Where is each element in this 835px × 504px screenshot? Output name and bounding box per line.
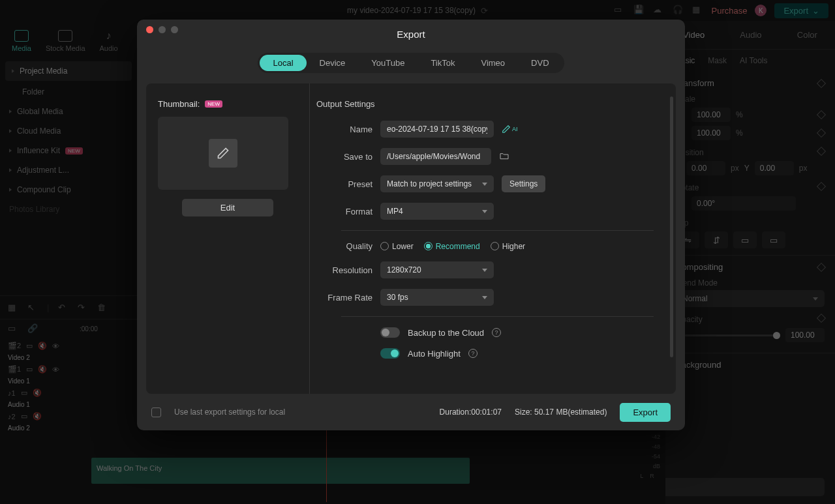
export-button[interactable]: Export [620,403,671,422]
output-settings-panel: Output Settings Name AI Save to Preset M… [310,83,676,394]
resolution-select[interactable]: 1280x720 [380,261,494,278]
save-to-label: Save to [316,152,372,162]
output-settings-title: Output Settings [316,99,654,109]
name-input[interactable] [380,121,494,138]
help-icon[interactable]: ? [468,349,478,358]
chevron-down-icon [482,296,487,299]
edit-thumbnail-button[interactable]: Edit [182,199,273,216]
framerate-select[interactable]: 30 fps [380,289,494,306]
help-icon[interactable]: ? [492,328,501,337]
modal-tab-device[interactable]: Device [307,55,359,71]
chevron-down-icon [482,269,487,272]
modal-tab-tiktok[interactable]: TikTok [418,55,468,71]
use-last-settings-label: Use last export settings for local [174,408,285,417]
thumbnail-label: Thumbnail: [158,99,200,109]
modal-max-button[interactable] [171,26,178,33]
duration-display: Duration:00:01:07 [440,408,502,417]
folder-browse-icon[interactable] [499,151,509,162]
backup-cloud-toggle[interactable] [380,327,400,338]
format-select[interactable]: MP4 [380,203,494,220]
backup-cloud-label: Backup to the Cloud [408,328,484,338]
modal-tab-vimeo[interactable]: Vimeo [468,55,518,71]
preset-label: Preset [316,179,372,189]
pencil-icon [209,139,237,168]
modal-tabs: Local Device YouTube TikTok Vimeo DVD [258,53,564,73]
framerate-label: Frame Rate [316,293,372,303]
export-modal: Export Local Device YouTube TikTok Vimeo… [137,20,685,430]
ai-rename-icon[interactable]: AI [502,125,518,134]
quality-radio-recommend[interactable]: Recommend [424,242,480,251]
thumbnail-panel: Thumbnail: NEW Edit [146,83,309,394]
divider [341,316,654,317]
modal-tab-local[interactable]: Local [260,55,306,71]
modal-traffic-lights [146,26,178,33]
modal-min-button[interactable] [159,26,166,33]
modal-scrollbar[interactable] [670,96,673,357]
chevron-down-icon [482,210,487,213]
new-badge: NEW [205,100,222,108]
quality-radio-lower[interactable]: Lower [380,242,414,251]
preset-select[interactable]: Match to project settings [380,175,494,192]
save-to-input[interactable] [380,148,491,165]
modal-close-button[interactable] [146,26,153,33]
size-display: Size: 50.17 MB(estimated) [515,408,607,417]
auto-highlight-toggle[interactable] [380,348,400,359]
quality-label: Quality [316,241,372,251]
format-label: Format [316,207,372,216]
preset-settings-button[interactable]: Settings [502,175,545,192]
chevron-down-icon [482,183,487,186]
auto-highlight-label: Auto Highlight [408,349,461,359]
quality-radio-higher[interactable]: Higher [491,242,525,251]
modal-body: Thumbnail: NEW Edit Output Settings Name… [146,83,676,394]
quality-radio-group: Lower Recommend Higher [380,242,525,251]
thumbnail-preview[interactable] [158,117,288,190]
modal-title: Export [137,20,685,46]
resolution-label: Resolution [316,265,372,275]
modal-footer: Use last export settings for local Durat… [137,394,685,430]
modal-tab-youtube[interactable]: YouTube [358,55,418,71]
modal-tab-dvd[interactable]: DVD [518,55,562,71]
use-last-settings-checkbox[interactable] [151,408,161,417]
name-label: Name [316,125,372,134]
divider [341,230,654,231]
